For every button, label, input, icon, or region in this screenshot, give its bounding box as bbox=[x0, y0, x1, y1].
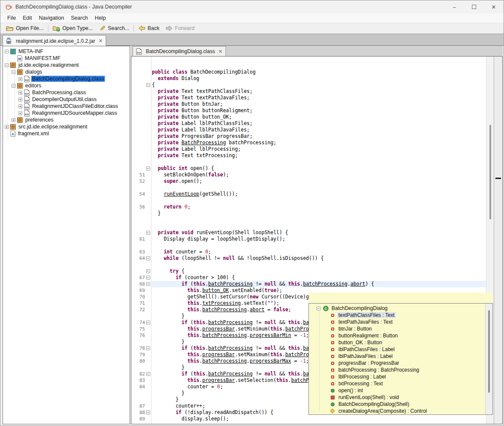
code-line[interactable]: } bbox=[152, 210, 486, 217]
tab-class-file[interactable]: 010 BatchDecompilingDialog.class ✕ bbox=[133, 46, 226, 56]
fold-collapse-icon[interactable]: − bbox=[146, 256, 150, 260]
code-line[interactable]: private Text txtProcessing; bbox=[152, 152, 486, 159]
outline-item-lblpathjavafiles-label[interactable]: lblPathJavaFiles : Label bbox=[309, 353, 492, 360]
outline-item-btnjar-button[interactable]: btnJar : Button bbox=[309, 325, 492, 332]
menu-item-file[interactable]: File bbox=[4, 14, 19, 22]
editor-tab-close-icon[interactable]: ✕ bbox=[217, 49, 222, 54]
tree-item-preferences[interactable]: +preferences bbox=[3, 116, 130, 123]
code-line[interactable] bbox=[152, 262, 486, 268]
tree-item-realignmentjdsourcemapper-class[interactable]: +010RealignmentJDSourceMapper.class bbox=[3, 110, 130, 116]
maximize-button[interactable] bbox=[464, 0, 484, 13]
code-line[interactable]: private void runEventLoop(Shell loopShel… bbox=[152, 229, 486, 236]
code-line[interactable]: extends Dialog bbox=[152, 75, 486, 82]
collapse-icon[interactable]: − bbox=[317, 307, 320, 310]
fold-collapse-icon[interactable]: − bbox=[146, 411, 150, 414]
minimize-button[interactable]: – bbox=[445, 0, 464, 13]
code-line[interactable]: private ProgressBar progressBar; bbox=[152, 133, 486, 140]
code-line[interactable] bbox=[152, 223, 486, 229]
outline-item-textpathjavafiles-text[interactable]: textPathJavaFiles : Text bbox=[309, 319, 492, 325]
code-line[interactable]: public class BatchDecompilingDialog bbox=[152, 69, 486, 75]
code-line[interactable]: public int open() { bbox=[152, 165, 486, 172]
code-line[interactable]: display.sleep(); bbox=[152, 416, 486, 422]
code-line[interactable]: private Text textPathJavaFiles; bbox=[152, 95, 486, 101]
tree-item-editors[interactable]: −editors bbox=[3, 82, 130, 89]
back-button[interactable]: Back bbox=[135, 24, 163, 32]
menu-item-edit[interactable]: Edit bbox=[19, 14, 36, 22]
code-line[interactable] bbox=[152, 185, 486, 191]
outline-item-batchdecompilingdialog[interactable]: −CBatchDecompilingDialog bbox=[309, 305, 492, 312]
tree-item-batchdecompilingdialog-class[interactable]: +010BatchDecompilingDialog.class bbox=[3, 75, 130, 82]
code-line[interactable]: Display display = loopShell.getDisplay()… bbox=[152, 236, 486, 242]
outline-item-lblpathclassfiles-label[interactable]: lblPathClassFiles : Label bbox=[309, 346, 492, 353]
fold-collapse-icon[interactable]: − bbox=[146, 269, 150, 273]
open-file-button[interactable]: Open File... bbox=[3, 24, 47, 32]
code-line[interactable]: private Button button_OK; bbox=[152, 114, 486, 120]
code-line[interactable]: return 0; bbox=[152, 204, 486, 210]
code-line-highlighted[interactable]: if (this.batchProcessing != null && this… bbox=[152, 281, 486, 287]
outline-item-batchprocessing-batchprocessing[interactable]: batchProcessing : BatchProcessing bbox=[309, 366, 492, 373]
code-line[interactable]: int counter = 0; bbox=[152, 249, 486, 255]
tree-item-fragment-xml[interactable]: Xfragment.xml bbox=[3, 130, 130, 137]
popup-scrollbar-thumb[interactable] bbox=[488, 310, 490, 393]
fold-collapse-icon[interactable]: − bbox=[146, 276, 150, 280]
close-button[interactable]: ✕ bbox=[484, 0, 504, 13]
overview-ruler[interactable] bbox=[494, 57, 502, 424]
tree-item-jd-ide-eclipse-realignment[interactable]: −jd.ide.eclipse.realignment bbox=[3, 62, 130, 69]
open-type-button[interactable]: Open Type... bbox=[50, 24, 96, 33]
code-line[interactable]: { bbox=[152, 82, 486, 88]
fold-collapse-icon[interactable]: − bbox=[146, 83, 150, 87]
code-line[interactable]: while (loopShell != null && !loopShell.i… bbox=[152, 255, 486, 262]
code-line[interactable] bbox=[152, 159, 486, 165]
code-line[interactable]: private Label lblPathClassFiles; bbox=[152, 120, 486, 127]
code-line[interactable]: private BatchProcessing batchProcessing; bbox=[152, 140, 486, 146]
code-line[interactable] bbox=[152, 217, 486, 223]
outline-item-batchdecompilingdialog-shell[interactable]: BatchDecompilingDialog(Shell) bbox=[309, 401, 492, 408]
tree-item-meta-inf[interactable]: −META-INF bbox=[3, 48, 130, 55]
code-line[interactable]: private Button buttonRealigment; bbox=[152, 107, 486, 114]
code-line[interactable] bbox=[152, 242, 486, 249]
tree-item-decompileroutpututil-class[interactable]: +010DecompilerOutputUtil.class bbox=[3, 96, 130, 103]
tree-item-manifest-mf[interactable]: MMANIFEST.MF bbox=[3, 55, 130, 62]
outline-item-lblprocessing-label[interactable]: lblProcessing : Label bbox=[309, 373, 492, 380]
outline-item-createdialogarea-composite-control[interactable]: createDialogArea(Composite) : Control bbox=[309, 408, 492, 414]
fold-collapse-icon[interactable]: − bbox=[146, 321, 150, 325]
outline-item-button-ok-button[interactable]: button_OK : Button bbox=[309, 339, 492, 346]
tab-jar-file[interactable]: 010 realignment.jd.ide.eclipse_1.0.2.jar… bbox=[3, 35, 106, 46]
code-line[interactable]: if (counter > 100) { bbox=[152, 274, 486, 281]
outline-item-runeventloop-shell-void[interactable]: runEventLoop(Shell) : void bbox=[309, 394, 492, 401]
outline-item-open-int[interactable]: open() : int bbox=[309, 387, 492, 394]
menu-item-search[interactable]: Search bbox=[68, 14, 92, 22]
gutter-row bbox=[131, 313, 151, 319]
editor-scrollbar-thumb[interactable] bbox=[489, 125, 491, 219]
code-line[interactable]: super.open(); bbox=[152, 178, 486, 185]
menu-item-help[interactable]: Help bbox=[91, 14, 109, 22]
code-line[interactable]: setBlockOnOpen(false); bbox=[152, 172, 486, 178]
fold-collapse-icon[interactable]: − bbox=[146, 282, 150, 286]
code-line[interactable]: private Text textPathClassFiles; bbox=[152, 88, 486, 95]
popup-scrollbar[interactable] bbox=[485, 304, 492, 414]
code-line[interactable]: runEventLoop(getShell()); bbox=[152, 191, 486, 197]
overview-ruler-mark[interactable] bbox=[495, 178, 501, 179]
outline-item-textpathclassfiles-text[interactable]: textPathClassFiles : Text bbox=[309, 312, 492, 319]
outline-item-buttonrealigment-button[interactable]: buttonRealigment : Button bbox=[309, 332, 492, 339]
fold-collapse-icon[interactable]: − bbox=[146, 346, 150, 350]
code-line[interactable]: private Label lblPathJavaFiles; bbox=[152, 127, 486, 133]
fold-collapse-icon[interactable]: − bbox=[146, 167, 150, 170]
tree-item-dialogs[interactable]: −dialogs bbox=[3, 69, 130, 75]
tree-item-src-jd-ide-eclipse-realignment[interactable]: +src.jd.ide.eclipse.realignment bbox=[3, 123, 130, 130]
collapse-icon[interactable]: − bbox=[5, 50, 9, 54]
fold-collapse-icon[interactable]: − bbox=[146, 372, 150, 376]
search-button[interactable]: Search... bbox=[96, 24, 132, 33]
code-line[interactable]: private Label lblProcessing; bbox=[152, 146, 486, 152]
code-line[interactable]: private Button btnJar; bbox=[152, 101, 486, 107]
gutter-row bbox=[131, 217, 151, 223]
menu-item-navigation[interactable]: Navigation bbox=[36, 14, 68, 22]
code-line[interactable] bbox=[152, 197, 486, 204]
tree-item-realignmentjdclassfileeditor-class[interactable]: +010RealignmentJDClassFileEditor.class bbox=[3, 103, 130, 110]
fold-collapse-icon[interactable]: − bbox=[146, 231, 150, 235]
jar-tab-close-icon[interactable]: ✕ bbox=[98, 38, 102, 44]
code-line[interactable]: try { bbox=[152, 268, 486, 274]
outline-item-progressbar-progressbar[interactable]: progressBar : ProgressBar bbox=[309, 360, 492, 366]
tree-item-batchprocessing-class[interactable]: +010BatchProcessing.class bbox=[3, 89, 130, 96]
outline-item-txtprocessing-text[interactable]: txtProcessing : Text bbox=[309, 380, 492, 387]
